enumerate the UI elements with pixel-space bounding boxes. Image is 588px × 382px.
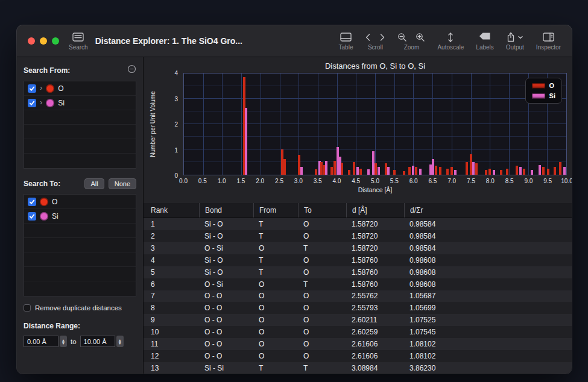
toolbar-labels-button[interactable]: Labels: [476, 32, 493, 51]
x-tick: 2.0: [256, 178, 264, 184]
table-cell: 1.05699: [404, 304, 572, 312]
list-item[interactable]: › Si: [24, 96, 136, 110]
x-tick: 8.5: [505, 178, 514, 184]
table-row[interactable]: 3O - SiOT1.587200.98584: [144, 242, 572, 254]
minimize-button[interactable]: [40, 37, 47, 45]
table-cell: O: [298, 328, 346, 336]
table-cell: O - O: [199, 328, 253, 336]
histogram-bar: [372, 151, 375, 175]
histogram-bar: [485, 170, 487, 175]
toolbar-inspector-button[interactable]: Inspector: [536, 32, 561, 51]
legend-swatch-o: [532, 83, 545, 89]
atom-color-dot: [46, 99, 54, 107]
table-row[interactable]: 13Si - SiTT3.089843.86230: [144, 362, 572, 374]
toolbar-autoscale-button[interactable]: Autoscale: [437, 32, 464, 51]
table-row[interactable]: 7O - OOO2.557621.05687: [144, 290, 572, 302]
histogram-bar: [559, 162, 561, 175]
scroll-right-button[interactable]: [379, 33, 385, 42]
table-row[interactable]: 4Si - OTO1.587600.98608: [144, 254, 572, 266]
histogram-bar: [454, 170, 457, 175]
column-header[interactable]: d [Å]: [346, 203, 404, 218]
disclosure-chevron-icon[interactable]: ›: [40, 84, 42, 92]
table-cell: 0.98608: [404, 280, 572, 289]
table-cell: O: [253, 280, 298, 289]
table-cell: 2.61606: [346, 352, 404, 360]
list-item[interactable]: O: [24, 195, 136, 209]
range-max-stepper[interactable]: ▲▼: [116, 336, 124, 347]
remove-duplicates-label: Remove duplicate distances: [35, 304, 122, 312]
column-header[interactable]: d/Σr: [404, 203, 572, 218]
table-cell: 3.08984: [346, 364, 404, 372]
table-row[interactable]: 11O - OOO2.616061.08102: [144, 338, 572, 350]
range-to-label: to: [71, 338, 77, 345]
table-cell: 1.58720: [346, 232, 404, 240]
toolbar-search-button[interactable]: Search: [69, 32, 88, 51]
column-header[interactable]: Bond: [199, 203, 253, 218]
column-header[interactable]: Rank: [144, 203, 199, 218]
collapse-minus-icon[interactable]: [127, 64, 136, 76]
histogram-bar: [475, 163, 478, 175]
disclosure-chevron-icon[interactable]: ›: [40, 98, 42, 106]
histogram-bar: [367, 169, 370, 175]
empty-row: [24, 139, 136, 154]
table-row[interactable]: 5Si - OTO1.587600.98608: [144, 266, 572, 278]
table-row[interactable]: 6O - SiOT1.587600.98608: [144, 278, 572, 290]
plot-area[interactable]: [183, 73, 567, 175]
table-cell: O: [253, 352, 298, 360]
toolbar-output-button[interactable]: Output: [506, 32, 524, 51]
fullscreen-button[interactable]: [52, 37, 59, 45]
chevron-right-icon: [379, 33, 385, 42]
table-cell: O: [298, 352, 346, 360]
checkbox-checked[interactable]: [28, 84, 36, 93]
window-title: Distance Explorer: 1. The SiO4 Gro...: [95, 36, 242, 46]
checkbox-checked[interactable]: [28, 212, 36, 221]
histogram-bar: [493, 170, 495, 175]
table-row[interactable]: 9O - OOO2.602111.07525: [144, 314, 572, 326]
all-button[interactable]: All: [84, 178, 104, 189]
gridline: [375, 74, 376, 175]
histogram-bar: [429, 164, 432, 175]
table-cell: 2.60259: [346, 328, 404, 336]
column-header[interactable]: From: [253, 203, 298, 218]
legend-entry: Si: [532, 92, 555, 99]
list-item[interactable]: › O: [24, 81, 136, 96]
toolbar-table-button[interactable]: Table: [339, 32, 353, 51]
table-cell: 4: [144, 256, 199, 265]
zoom-in-icon: [416, 33, 425, 42]
range-min-stepper[interactable]: ▲▼: [60, 336, 67, 347]
range-max-field[interactable]: 10.00 Å: [80, 336, 115, 347]
remove-duplicates-checkbox[interactable]: [24, 304, 31, 312]
table-row[interactable]: 12O - OOO2.616061.08102: [144, 350, 572, 362]
legend-label: O: [549, 82, 555, 89]
table-cell: 0.98608: [404, 256, 572, 265]
histogram-bar: [348, 170, 350, 175]
zoom-out-button[interactable]: [397, 33, 407, 42]
table-cell: O: [253, 316, 298, 324]
checkbox-checked[interactable]: [28, 198, 36, 206]
table-cell: 10: [144, 328, 199, 336]
list-item[interactable]: Si: [24, 209, 136, 224]
chart-title: Distances from O, Si to O, Si: [183, 61, 567, 70]
search-icon: [72, 33, 84, 42]
zoom-in-button[interactable]: [416, 33, 425, 42]
x-tick: 7.5: [467, 178, 475, 184]
scroll-left-button[interactable]: [365, 33, 371, 42]
close-button[interactable]: [28, 37, 35, 45]
table-cell: 3: [144, 244, 199, 252]
table-cell: 1.58720: [346, 244, 404, 252]
none-button[interactable]: None: [109, 178, 136, 189]
range-min-field[interactable]: 0.00 Å: [24, 336, 58, 347]
empty-row: [24, 154, 136, 168]
histogram-bar: [472, 162, 475, 175]
column-header[interactable]: To: [298, 203, 346, 218]
table-cell: 12: [144, 352, 199, 360]
x-tick: 8.0: [486, 178, 495, 184]
atom-label: Si: [58, 99, 65, 107]
gridline: [280, 74, 280, 175]
table-row[interactable]: 2Si - OTO1.587200.98584: [144, 230, 572, 242]
table-row[interactable]: 10O - OOO2.602591.07545: [144, 326, 572, 338]
search-to-list: O Si: [24, 194, 136, 296]
checkbox-checked[interactable]: [28, 99, 36, 107]
table-row[interactable]: 8O - OOO2.557931.05699: [144, 302, 572, 314]
table-row[interactable]: 1Si - OTO1.587200.98584: [144, 218, 572, 230]
